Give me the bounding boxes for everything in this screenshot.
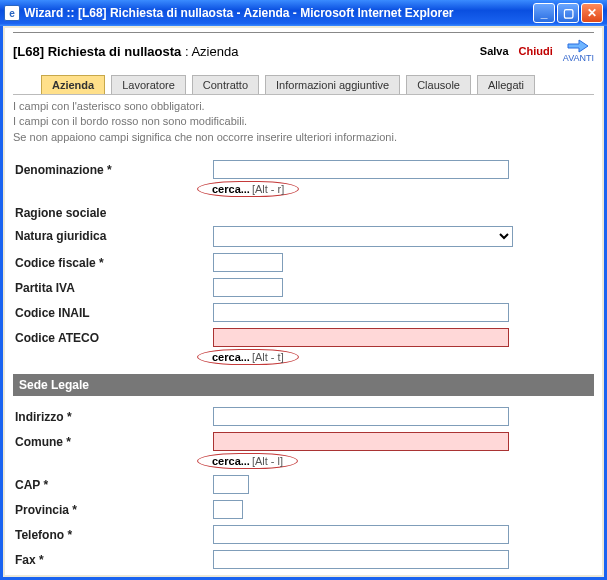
- input-provincia[interactable]: [213, 500, 243, 519]
- hint-required: I campi con l'asterisco sono obbligatori…: [13, 99, 594, 114]
- window-title: Wizard :: [L68] Richiesta di nullaosta -…: [24, 6, 454, 20]
- select-natura-giuridica[interactable]: [213, 226, 513, 247]
- input-denominazione[interactable]: [213, 160, 509, 179]
- page-title: [L68] Richiesta di nullaosta : Azienda: [13, 44, 238, 59]
- label-ragione-sociale: Ragione sociale: [13, 203, 213, 220]
- arrow-right-icon: [567, 39, 589, 53]
- search-ateco[interactable]: cerca... [Alt - t]: [197, 349, 299, 365]
- next-button[interactable]: AVANTI: [563, 39, 594, 63]
- search-denominazione[interactable]: cerca... [Alt - r]: [197, 181, 299, 197]
- search-shortcut-t: [Alt - t]: [252, 351, 284, 363]
- page-title-code: [L68] Richiesta di nullaosta: [13, 44, 181, 59]
- label-codice-ateco: Codice ATECO: [13, 328, 213, 345]
- label-codice-inail: Codice INAIL: [13, 303, 213, 320]
- save-link[interactable]: Salva: [480, 45, 509, 57]
- page-title-sep: :: [181, 44, 191, 59]
- label-natura-giuridica: Natura giuridica: [13, 226, 213, 243]
- page-header: [L68] Richiesta di nullaosta : Azienda S…: [13, 32, 594, 69]
- label-telefono: Telefono *: [13, 525, 213, 542]
- input-partita-iva[interactable]: [213, 278, 283, 297]
- window-minimize-button[interactable]: _: [533, 3, 555, 23]
- window-buttons: _ ▢ ✕: [533, 3, 603, 23]
- label-denominazione: Denominazione *: [13, 160, 213, 177]
- window-close-button[interactable]: ✕: [581, 3, 603, 23]
- tab-clausole[interactable]: Clausole: [406, 75, 471, 94]
- label-comune: Comune *: [13, 432, 213, 449]
- input-comune: [213, 432, 509, 451]
- input-codice-fiscale[interactable]: [213, 253, 283, 272]
- section-sede-legale: Sede Legale: [13, 374, 594, 396]
- next-label: AVANTI: [563, 53, 594, 63]
- input-codice-inail[interactable]: [213, 303, 509, 322]
- label-partita-iva: Partita IVA: [13, 278, 213, 295]
- window-titlebar: e Wizard :: [L68] Richiesta di nullaosta…: [0, 0, 607, 26]
- search-shortcut-l: [Alt - l]: [252, 455, 283, 467]
- tab-azienda[interactable]: Azienda: [41, 75, 105, 94]
- tab-allegati[interactable]: Allegati: [477, 75, 535, 94]
- hint-nofields: Se non appaiono campi significa che non …: [13, 130, 594, 145]
- app-icon: e: [4, 5, 20, 21]
- label-fax: Fax *: [13, 550, 213, 567]
- label-cap: CAP *: [13, 475, 213, 492]
- hint-block: I campi con l'asterisco sono obbligatori…: [13, 95, 594, 153]
- input-telefono[interactable]: [213, 525, 509, 544]
- close-link[interactable]: Chiudi: [519, 45, 553, 57]
- window-maximize-button[interactable]: ▢: [557, 3, 579, 23]
- input-indirizzo[interactable]: [213, 407, 509, 426]
- tab-contratto[interactable]: Contratto: [192, 75, 259, 94]
- search-comune[interactable]: cerca... [Alt - l]: [197, 453, 298, 469]
- input-fax[interactable]: [213, 550, 509, 569]
- search-shortcut-r: [Alt - r]: [252, 183, 284, 195]
- tab-bar: Azienda Lavoratore Contratto Informazion…: [13, 71, 594, 95]
- page-title-sub: Azienda: [191, 44, 238, 59]
- search-label-3: cerca...: [212, 455, 250, 467]
- label-indirizzo: Indirizzo *: [13, 407, 213, 424]
- tab-lavoratore[interactable]: Lavoratore: [111, 75, 186, 94]
- input-cap[interactable]: [213, 475, 249, 494]
- label-provincia: Provincia *: [13, 500, 213, 517]
- search-label: cerca...: [212, 183, 250, 195]
- tab-info-aggiuntive[interactable]: Informazioni aggiuntive: [265, 75, 400, 94]
- hint-readonly: I campi con il bordo rosso non sono modi…: [13, 114, 594, 129]
- input-codice-ateco: [213, 328, 509, 347]
- label-codice-fiscale: Codice fiscale *: [13, 253, 213, 270]
- search-label-2: cerca...: [212, 351, 250, 363]
